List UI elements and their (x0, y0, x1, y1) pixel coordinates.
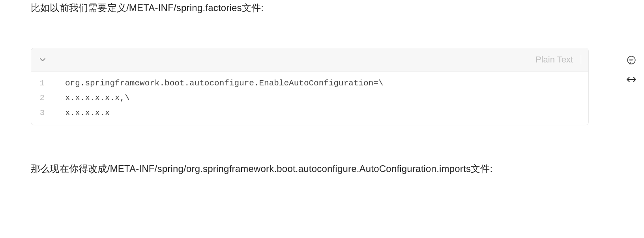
line-number: 2 (31, 91, 53, 105)
code-line: 2 x.x.x.x.x.x,\ (31, 91, 588, 105)
line-number: 3 (31, 106, 53, 120)
code-line: 3 x.x.x.x.x (31, 106, 588, 120)
line-content: x.x.x.x.x.x,\ (53, 91, 130, 105)
code-block: Plain Text 1 org.springframework.boot.au… (31, 48, 589, 125)
code-language-label[interactable]: Plain Text (535, 55, 575, 65)
line-content: x.x.x.x.x (53, 106, 110, 120)
line-number: 1 (31, 76, 53, 91)
article-body: 比如以前我们需要定义/META-INF/spring.factories文件: … (0, 0, 592, 177)
comment-icon[interactable] (626, 55, 637, 66)
floating-toolbar (624, 55, 638, 83)
expand-icon[interactable] (626, 76, 637, 83)
code-block-header: Plain Text (31, 48, 588, 72)
header-divider (581, 55, 581, 64)
paragraph-followup: 那么现在你得改成/META-INF/spring/org.springframe… (31, 161, 587, 177)
collapse-caret-icon[interactable] (40, 58, 45, 62)
paragraph-intro: 比如以前我们需要定义/META-INF/spring.factories文件: (31, 0, 592, 16)
code-line: 1 org.springframework.boot.autoconfigure… (31, 76, 588, 91)
code-block-body[interactable]: 1 org.springframework.boot.autoconfigure… (31, 72, 588, 125)
svg-point-0 (627, 56, 635, 64)
line-content: org.springframework.boot.autoconfigure.E… (53, 76, 384, 91)
